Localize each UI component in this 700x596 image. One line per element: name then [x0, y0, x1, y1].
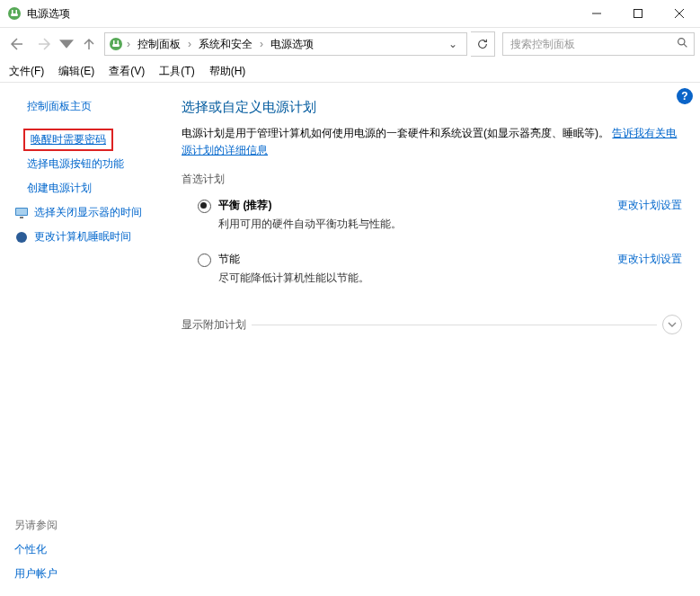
search-icon[interactable] [677, 37, 688, 51]
page-description: 电源计划是用于管理计算机如何使用电源的一套硬件和系统设置(如显示器亮度、睡眠等)… [182, 125, 682, 159]
plan-row-balanced: 平衡 (推荐) 利用可用的硬件自动平衡功耗与性能。 更改计划设置 [182, 194, 682, 236]
chevron-right-icon: › [125, 38, 132, 50]
preferred-plans-header: 首选计划 [182, 172, 682, 187]
sidebar-personalization[interactable]: 个性化 [14, 538, 58, 561]
search-input[interactable] [509, 37, 673, 51]
monitor-icon [14, 206, 29, 220]
sidebar-see-also: 另请参阅 个性化 用户帐户 [14, 514, 58, 585]
back-button[interactable] [5, 32, 29, 56]
moon-icon [14, 230, 29, 245]
plan-radio-balanced[interactable] [198, 200, 211, 213]
svg-rect-11 [112, 44, 120, 47]
content-area: 控制面板主页 唤醒时需要密码 选择电源按钮的功能 创建电源计划 选择关闭显示器的… [0, 83, 700, 596]
nav-row: › 控制面板 › 系统和安全 › 电源选项 ⌄ [0, 28, 700, 60]
sidebar-create-plan[interactable]: 创建电源计划 [14, 177, 169, 200]
sidebar-power-button[interactable]: 选择电源按钮的功能 [14, 153, 169, 175]
menu-file[interactable]: 文件(F) [9, 64, 44, 79]
close-button[interactable] [659, 0, 700, 27]
svg-rect-3 [11, 13, 18, 16]
sidebar-user-accounts[interactable]: 用户帐户 [14, 563, 58, 585]
plan-name-saver: 节能 [218, 252, 608, 267]
change-settings-balanced[interactable]: 更改计划设置 [617, 198, 682, 213]
plan-desc-balanced: 利用可用的硬件自动平衡功耗与性能。 [218, 217, 608, 232]
expand-additional-button[interactable] [662, 315, 682, 334]
up-button[interactable] [77, 32, 101, 56]
see-also-header: 另请参阅 [14, 514, 58, 537]
sidebar-home[interactable]: 控制面板主页 [14, 95, 169, 118]
forward-button[interactable] [32, 32, 56, 56]
additional-plans-header: 显示附加计划 [182, 315, 682, 334]
breadcrumb[interactable]: › 控制面板 › 系统和安全 › 电源选项 ⌄ [104, 32, 467, 56]
plan-name-balanced: 平衡 (推荐) [218, 198, 608, 213]
change-settings-saver[interactable]: 更改计划设置 [617, 252, 682, 267]
menu-help[interactable]: 帮助(H) [209, 64, 246, 79]
sidebar-display-off[interactable]: 选择关闭显示器的时间 [14, 201, 169, 224]
titlebar: 电源选项 [0, 0, 700, 28]
chevron-down-icon[interactable]: ⌄ [443, 38, 463, 50]
search-box[interactable] [502, 32, 695, 56]
svg-point-12 [678, 39, 685, 45]
plan-row-saver: 节能 尽可能降低计算机性能以节能。 更改计划设置 [182, 248, 682, 289]
menu-edit[interactable]: 编辑(E) [58, 64, 94, 79]
sidebar-sleep-time-label: 更改计算机睡眠时间 [34, 229, 131, 245]
breadcrumb-seg-1[interactable]: 控制面板 [134, 37, 184, 52]
svg-rect-5 [634, 10, 642, 18]
maximize-button[interactable] [617, 0, 659, 27]
sidebar-display-off-label: 选择关闭显示器的时间 [34, 205, 142, 220]
additional-plans-label: 显示附加计划 [182, 317, 246, 333]
refresh-button[interactable] [471, 31, 495, 57]
breadcrumb-seg-2[interactable]: 系统和安全 [195, 37, 256, 52]
breadcrumb-seg-3[interactable]: 电源选项 [267, 37, 317, 52]
chevron-right-icon: › [258, 38, 265, 50]
help-icon[interactable]: ? [677, 88, 693, 104]
window-title: 电源选项 [27, 6, 70, 22]
chevron-right-icon: › [186, 38, 193, 50]
menu-view[interactable]: 查看(V) [109, 64, 145, 79]
minimize-button[interactable] [576, 0, 617, 27]
sidebar-require-password[interactable]: 唤醒时需要密码 [31, 133, 106, 146]
svg-line-13 [684, 44, 687, 47]
svg-rect-16 [20, 217, 23, 218]
sidebar-sleep-time[interactable]: 更改计算机睡眠时间 [14, 226, 169, 248]
plan-desc-saver: 尽可能降低计算机性能以节能。 [218, 271, 608, 286]
sidebar-require-password-highlight: 唤醒时需要密码 [23, 129, 113, 151]
menubar: 文件(F) 编辑(E) 查看(V) 工具(T) 帮助(H) [0, 60, 700, 83]
svg-point-17 [16, 232, 27, 243]
description-text: 电源计划是用于管理计算机如何使用电源的一套硬件和系统设置(如显示器亮度、睡眠等)… [182, 127, 609, 139]
power-plug-icon [109, 37, 123, 51]
plan-radio-saver[interactable] [198, 254, 211, 267]
divider [252, 325, 657, 325]
sidebar: 控制面板主页 唤醒时需要密码 选择电源按钮的功能 创建电源计划 选择关闭显示器的… [0, 83, 169, 596]
svg-rect-15 [16, 209, 27, 215]
recent-dropdown[interactable] [59, 32, 74, 56]
menu-tools[interactable]: 工具(T) [159, 64, 194, 79]
main-panel: ? 选择或自定义电源计划 电源计划是用于管理计算机如何使用电源的一套硬件和系统设… [169, 83, 700, 596]
page-title: 选择或自定义电源计划 [182, 99, 682, 116]
power-plug-icon [7, 6, 22, 21]
